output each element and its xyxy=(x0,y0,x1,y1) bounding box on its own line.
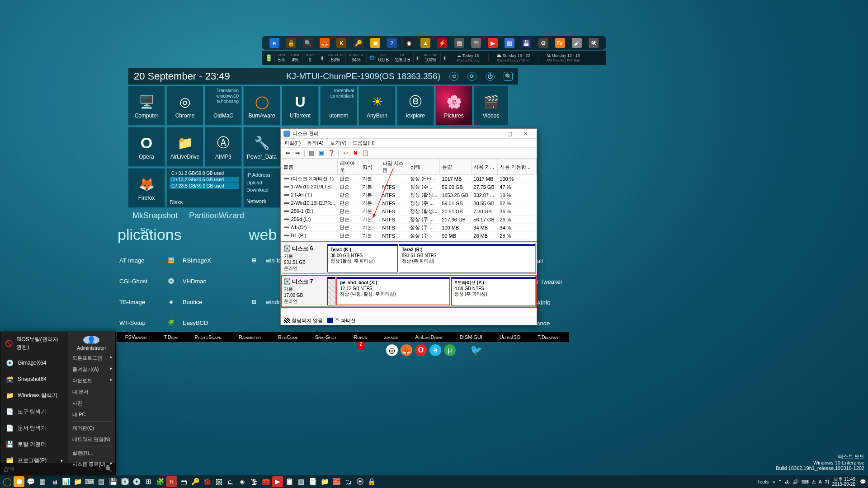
taskbar-app-1[interactable]: ⬢ xyxy=(14,476,24,487)
start-item-bios-[interactable]: 🚫BIOS부팅(관리자권한) xyxy=(0,332,68,355)
tile-power-data[interactable]: 🔧Power_Data xyxy=(243,127,280,167)
minimize-button[interactable]: — xyxy=(485,129,501,138)
start-item-snapshot64[interactable]: 🗃️Snapshot64 xyxy=(0,371,68,387)
tray-network-icon[interactable]: 🖧 xyxy=(785,479,790,484)
vhdman-link[interactable]: VHDman xyxy=(181,278,224,285)
tile-utorrent[interactable]: torrentwaltorrentblack utorrent xyxy=(320,86,357,126)
bootice-link[interactable]: Bootice xyxy=(181,299,224,305)
shortcut-snapshot[interactable]: SnapShot xyxy=(315,334,337,340)
tray-ime-icon[interactable]: A xyxy=(819,479,822,484)
tray-ime2-icon[interactable]: 가 xyxy=(825,479,830,485)
refresh-toolbar-button[interactable]: ▣ xyxy=(317,149,326,157)
views-button[interactable]: ▦ xyxy=(307,149,316,157)
properties-button[interactable]: ❓ xyxy=(327,149,335,157)
start-item--[interactable]: 📑도구 탐색기 xyxy=(0,404,68,420)
win-icon[interactable]: ⊞ xyxy=(246,252,262,268)
start-button[interactable]: ◯ xyxy=(2,476,13,487)
start-item--[interactable]: 📄문서 탐색기 xyxy=(0,420,68,436)
tile-oldmac[interactable]: Translationwindows10tv.hobbang OldMaC xyxy=(205,86,242,126)
firefox-app-icon[interactable]: 🦊 xyxy=(401,344,412,356)
volume-row[interactable]: ➖ 2T-All (T:)단순기본NTFS정상 (활성...1853.25 GB… xyxy=(281,191,537,199)
menu-action[interactable]: 동작(A) xyxy=(307,140,324,146)
power-button[interactable]: ⏻ xyxy=(486,72,495,81)
start-item--[interactable]: 💾토탈 커맨더 xyxy=(0,436,68,452)
tray-clock[interactable]: 오후 11:49 2019-09-20 xyxy=(832,477,857,487)
tile-computer[interactable]: 🖥️Computer xyxy=(128,86,165,126)
volume-row[interactable]: ➖ 256d (L:)단순기본NTFS정상 (주 ...217.96 GB56.… xyxy=(281,216,537,224)
chrome-app-icon[interactable]: ◎ xyxy=(386,344,398,356)
taskbar-app-14[interactable]: R xyxy=(166,476,177,487)
tile-disks[interactable]: C:\ 31.2 GB/59.0 GB used D:\ 13.2 GB/20.… xyxy=(166,168,242,208)
vhdman-icon[interactable]: 💿 xyxy=(163,273,179,289)
firefox-icon[interactable]: 🦊 xyxy=(320,38,330,48)
tile-burnaware[interactable]: ◯BurnAware xyxy=(243,86,280,126)
wt-setup-link[interactable]: WT-Setup xyxy=(118,319,161,326)
tile-videos[interactable]: 🎬Videos xyxy=(474,86,508,126)
forward-button[interactable]: ➡ xyxy=(293,149,302,157)
volume-row[interactable]: ➖ A1 (O:)단순기본NTFS정상 (주 ...100 MB34 MB34 … xyxy=(281,224,537,232)
start-right--[interactable]: 사진 xyxy=(68,398,115,409)
taskbar-app-16[interactable]: 🔑 xyxy=(190,476,201,487)
shortcut-photoscape[interactable]: PhotoScape xyxy=(195,334,222,340)
start-right--[interactable]: 다운로드 xyxy=(68,375,115,386)
cgi-ghost-link[interactable]: CGI-Ghost xyxy=(118,278,161,285)
taskbar-app-19[interactable]: 🗂 xyxy=(225,476,236,487)
tb-image-link[interactable]: TB-Image xyxy=(118,299,161,305)
taskbar-app-12[interactable]: ⊞ xyxy=(143,476,154,487)
at-image-link[interactable]: AT-Image xyxy=(118,257,161,264)
partition-box[interactable]: Tera1 (K:)38.00 GB NTFS정상 (활성, 주 파티션) xyxy=(327,244,398,272)
tile-airlivedrive[interactable]: 📁AirLiveDrive xyxy=(166,127,203,167)
rsimagex-icon[interactable]: 🖼️ xyxy=(163,252,179,268)
bootice-icon[interactable]: ◈ xyxy=(163,294,179,310)
taskbar-app-30[interactable]: ⓔ xyxy=(354,476,365,487)
ie-icon[interactable]: e xyxy=(269,38,279,48)
taskbar-app-25[interactable]: ▥ xyxy=(296,476,307,487)
tray-warning-icon[interactable]: ⚠ xyxy=(811,479,816,485)
tile-firefox[interactable]: 🦊Firefox xyxy=(128,168,165,208)
misc-app-icon[interactable]: 🐦 xyxy=(470,344,482,356)
start-right--a-[interactable]: 즐겨찾기(A) xyxy=(68,364,115,375)
bolt-icon[interactable]: ⚡ xyxy=(437,38,447,48)
shortcut-zimage[interactable]: zimage xyxy=(384,334,398,340)
tools-toolbar-label[interactable]: Tools xyxy=(757,479,769,484)
restart-button[interactable]: ⟳ xyxy=(467,72,476,81)
taskbar-app-15[interactable]: 🗃 xyxy=(178,476,189,487)
start-item-gimagex64[interactable]: 💿GimageX64 xyxy=(0,355,68,371)
menu-view[interactable]: 보기(V) xyxy=(330,140,347,146)
taskbar-app-8[interactable]: ▤ xyxy=(96,476,107,487)
back-button[interactable]: ⬅ xyxy=(283,149,292,157)
unallocated-strip[interactable] xyxy=(327,277,335,305)
br-icon[interactable]: Br xyxy=(555,38,565,48)
key-icon[interactable]: 🔑 xyxy=(354,38,363,48)
start-right--[interactable]: 내 문서 xyxy=(68,386,115,398)
opera-app-icon[interactable]: O xyxy=(415,344,427,356)
rsimagex-link[interactable]: RSImageX xyxy=(181,257,224,264)
shortcut-airlivedrive[interactable]: AirLiveDrive xyxy=(415,334,443,340)
search-icon[interactable]: 🔍 xyxy=(303,38,313,48)
taskbar-app-31[interactable]: 🔒 xyxy=(366,476,377,487)
shortcut-rainmeter[interactable]: Rainmeter xyxy=(239,334,261,340)
tile-utorrent-app[interactable]: UUTorrent xyxy=(282,86,319,126)
brush-icon[interactable]: 🖌 xyxy=(572,38,582,48)
user-avatar[interactable]: 👤 xyxy=(83,336,99,344)
tile-iexplore[interactable]: ⓔiexplore xyxy=(397,86,434,126)
shortcut-dism-gui[interactable]: DISM GUI xyxy=(460,334,482,340)
tile-anyburn[interactable]: ☀AnyBurn xyxy=(359,86,396,126)
disk-graphic-pane[interactable]: 💽 디스크 6 기본 931.51 GB 온라인 Tera1 (K:)38.00… xyxy=(281,242,537,316)
taskbar-app-13[interactable]: 🧩 xyxy=(155,476,165,487)
start-right--c-[interactable]: 제어판(C) xyxy=(68,422,115,434)
taskbar-app-10[interactable]: 💽 xyxy=(119,476,130,487)
win-iso-icon[interactable]: ⊞ xyxy=(246,294,262,310)
tile-chrome[interactable]: ◎Chrome xyxy=(166,86,203,126)
taskbar-app-3[interactable]: ▦ xyxy=(37,476,48,487)
shortcut-rufus[interactable]: Rufus xyxy=(354,334,367,340)
maximize-button[interactable]: ▢ xyxy=(501,129,518,138)
taskbar-app-29[interactable]: 🗂 xyxy=(343,476,354,487)
app3-icon[interactable]: ▥ xyxy=(505,38,514,48)
gear-icon[interactable]: ⚙ xyxy=(538,38,548,48)
delete-button[interactable]: ✖ xyxy=(351,149,359,157)
shortcut-t-diskpart[interactable]: T.Diskpart xyxy=(538,334,560,340)
taskbar-app-28[interactable]: 🧱 xyxy=(331,476,342,487)
menu-file[interactable]: 파일(F) xyxy=(284,140,301,146)
taskbar-app-17[interactable]: 🐞 xyxy=(202,476,212,487)
